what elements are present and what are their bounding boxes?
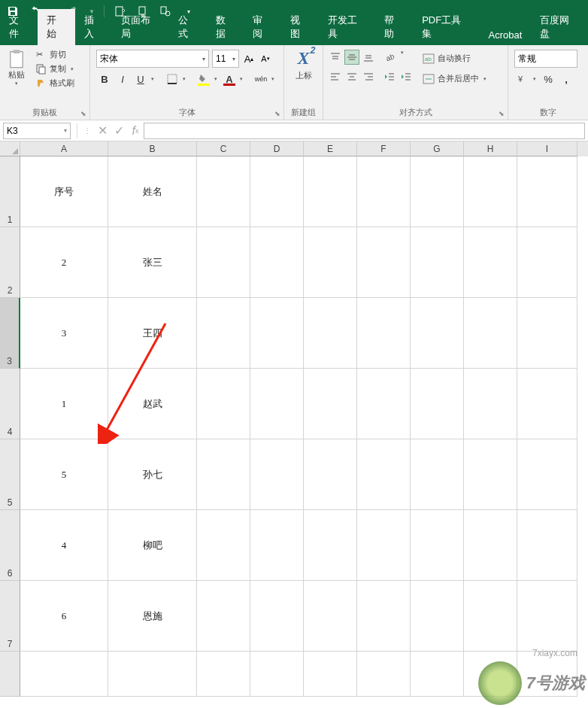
col-header-H[interactable]: H	[464, 141, 517, 156]
col-header-G[interactable]: G	[411, 141, 464, 156]
cell[interactable]	[517, 510, 577, 581]
tab-help[interactable]: 帮助	[375, 9, 413, 45]
cell[interactable]	[464, 156, 517, 227]
underline-button[interactable]: U	[132, 71, 149, 87]
tab-developer[interactable]: 开发工具	[319, 9, 376, 45]
align-center-button[interactable]	[344, 69, 359, 84]
name-box[interactable]: K3▾	[3, 123, 71, 139]
clipboard-expand-icon[interactable]: ⬊	[79, 109, 88, 118]
cell[interactable]	[517, 369, 577, 439]
wrap-text-button[interactable]: ab自动换行	[420, 51, 489, 65]
cell[interactable]: 1	[20, 369, 108, 439]
cell[interactable]	[464, 581, 517, 652]
cell[interactable]	[20, 652, 108, 697]
cell[interactable]: 张三	[108, 227, 197, 298]
accept-formula-icon[interactable]: ✓	[111, 123, 127, 139]
currency-dropdown[interactable]: ▾	[531, 76, 538, 82]
cell[interactable]	[197, 298, 250, 369]
tab-pdftools[interactable]: PDF工具集	[413, 9, 479, 45]
cell[interactable]	[250, 156, 304, 227]
select-all-corner[interactable]	[0, 141, 20, 156]
cell[interactable]	[250, 369, 304, 439]
tab-data[interactable]: 数据	[207, 9, 244, 45]
font-expand-icon[interactable]: ⬊	[273, 109, 282, 118]
cell[interactable]	[464, 510, 517, 581]
align-middle-button[interactable]	[344, 50, 359, 65]
comma-button[interactable]: ,	[558, 71, 574, 87]
col-header-I[interactable]: I	[517, 141, 577, 156]
cell[interactable]	[357, 227, 411, 298]
font-color-dropdown[interactable]: ▾	[238, 76, 245, 82]
cell[interactable]	[357, 298, 411, 369]
tab-pagelayout[interactable]: 页面布局	[112, 9, 169, 45]
orientation-dropdown[interactable]: ▾	[399, 50, 406, 65]
col-header-F[interactable]: F	[357, 141, 411, 156]
cell[interactable]	[357, 652, 411, 697]
cell[interactable]	[411, 439, 464, 510]
cell[interactable]: 赵武	[108, 369, 197, 439]
superscript-button[interactable]: X2 上标	[287, 47, 320, 83]
tab-formulas[interactable]: 公式	[169, 9, 207, 45]
cell[interactable]	[464, 227, 517, 298]
cell[interactable]	[517, 298, 577, 369]
underline-dropdown[interactable]: ▾	[149, 76, 156, 82]
format-painter-button[interactable]: 格式刷	[33, 77, 77, 90]
font-name-select[interactable]: 宋体▾	[96, 50, 209, 68]
cell[interactable]: 6	[20, 581, 108, 652]
redo-icon[interactable]	[66, 5, 80, 18]
cell[interactable]: 3	[20, 298, 108, 369]
cell[interactable]	[411, 581, 464, 652]
cell[interactable]	[250, 581, 304, 652]
font-color-button[interactable]: A	[221, 71, 238, 87]
cell[interactable]	[357, 439, 411, 510]
align-bottom-button[interactable]	[361, 50, 376, 65]
row-header[interactable]: 6	[0, 510, 20, 581]
cell[interactable]	[517, 581, 577, 652]
copy-button[interactable]: 复制▾	[33, 62, 77, 75]
formula-input[interactable]	[144, 123, 585, 139]
cell[interactable]	[411, 652, 464, 697]
tab-file[interactable]: 文件	[0, 9, 38, 45]
cell[interactable]	[357, 369, 411, 439]
cut-button[interactable]: ✂剪切	[33, 48, 77, 61]
cell[interactable]: 序号	[20, 156, 108, 227]
cell[interactable]	[304, 369, 357, 439]
fill-color-dropdown[interactable]: ▾	[212, 76, 220, 82]
fx-icon[interactable]: fx	[127, 123, 144, 139]
cell[interactable]	[357, 581, 411, 652]
decrease-font-icon[interactable]: A▾	[259, 52, 272, 65]
cell[interactable]: 恩施	[108, 581, 197, 652]
bold-button[interactable]: B	[96, 71, 113, 87]
font-size-select[interactable]: 11▾	[212, 50, 239, 68]
increase-font-icon[interactable]: A▴	[242, 52, 256, 65]
cell[interactable]	[304, 156, 357, 227]
row-header[interactable]: 4	[0, 369, 20, 439]
cell[interactable]	[197, 439, 250, 510]
cell[interactable]	[197, 369, 250, 439]
paste-button[interactable]: 粘贴 ▾	[3, 47, 30, 88]
cell[interactable]	[411, 227, 464, 298]
align-top-button[interactable]	[328, 50, 343, 65]
col-header-E[interactable]: E	[304, 141, 357, 156]
percent-button[interactable]: %	[540, 71, 556, 87]
cell[interactable]	[411, 510, 464, 581]
number-format-select[interactable]: 常规	[514, 50, 577, 68]
cell[interactable]: 柳吧	[108, 510, 197, 581]
cell[interactable]	[197, 581, 250, 652]
currency-button[interactable]: ¥	[514, 71, 531, 87]
cell[interactable]	[357, 156, 411, 227]
cell[interactable]	[464, 369, 517, 439]
cell[interactable]	[250, 227, 304, 298]
cell[interactable]	[304, 227, 357, 298]
cell[interactable]	[197, 652, 250, 697]
redo-dropdown[interactable]: ▼	[89, 8, 95, 15]
cell[interactable]: 王四	[108, 298, 197, 369]
tab-baidu[interactable]: 百度网盘	[531, 9, 588, 45]
align-expand-icon[interactable]: ⬊	[497, 109, 506, 118]
row-header[interactable]: 7	[0, 581, 20, 652]
cell[interactable]: 5	[20, 439, 108, 510]
cell[interactable]	[411, 156, 464, 227]
decrease-indent-button[interactable]	[382, 69, 397, 84]
col-header-A[interactable]: A	[20, 141, 108, 156]
cell[interactable]	[464, 439, 517, 510]
